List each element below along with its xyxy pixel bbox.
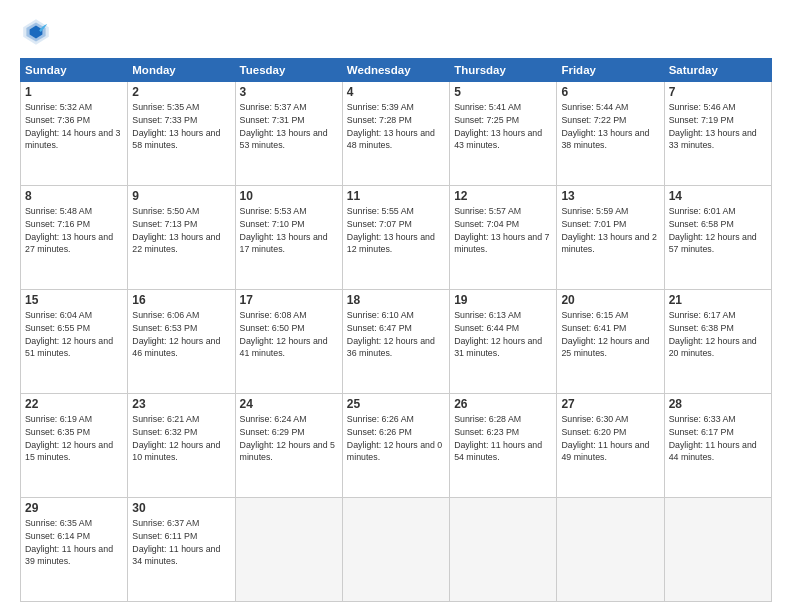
day-number: 9 <box>132 189 230 203</box>
day-number: 7 <box>669 85 767 99</box>
day-number: 6 <box>561 85 659 99</box>
day-number: 11 <box>347 189 445 203</box>
col-header-sunday: Sunday <box>21 59 128 82</box>
day-cell: 9 Sunrise: 5:50 AMSunset: 7:13 PMDayligh… <box>128 186 235 290</box>
day-info: Sunrise: 6:15 AMSunset: 6:41 PMDaylight:… <box>561 309 659 360</box>
day-cell: 25 Sunrise: 6:26 AMSunset: 6:26 PMDaylig… <box>342 394 449 498</box>
day-number: 3 <box>240 85 338 99</box>
day-number: 24 <box>240 397 338 411</box>
day-info: Sunrise: 5:50 AMSunset: 7:13 PMDaylight:… <box>132 205 230 256</box>
day-info: Sunrise: 5:46 AMSunset: 7:19 PMDaylight:… <box>669 101 767 152</box>
day-cell: 7 Sunrise: 5:46 AMSunset: 7:19 PMDayligh… <box>664 82 771 186</box>
day-number: 21 <box>669 293 767 307</box>
day-number: 19 <box>454 293 552 307</box>
col-header-saturday: Saturday <box>664 59 771 82</box>
header <box>20 16 772 48</box>
day-cell: 23 Sunrise: 6:21 AMSunset: 6:32 PMDaylig… <box>128 394 235 498</box>
day-cell: 4 Sunrise: 5:39 AMSunset: 7:28 PMDayligh… <box>342 82 449 186</box>
day-info: Sunrise: 6:01 AMSunset: 6:58 PMDaylight:… <box>669 205 767 256</box>
day-number: 16 <box>132 293 230 307</box>
day-number: 10 <box>240 189 338 203</box>
day-cell <box>450 498 557 602</box>
day-number: 20 <box>561 293 659 307</box>
day-cell: 6 Sunrise: 5:44 AMSunset: 7:22 PMDayligh… <box>557 82 664 186</box>
calendar: SundayMondayTuesdayWednesdayThursdayFrid… <box>20 58 772 602</box>
day-info: Sunrise: 5:44 AMSunset: 7:22 PMDaylight:… <box>561 101 659 152</box>
week-row-2: 8 Sunrise: 5:48 AMSunset: 7:16 PMDayligh… <box>21 186 772 290</box>
day-info: Sunrise: 5:35 AMSunset: 7:33 PMDaylight:… <box>132 101 230 152</box>
day-number: 25 <box>347 397 445 411</box>
day-cell <box>342 498 449 602</box>
week-row-4: 22 Sunrise: 6:19 AMSunset: 6:35 PMDaylig… <box>21 394 772 498</box>
day-info: Sunrise: 6:35 AMSunset: 6:14 PMDaylight:… <box>25 517 123 568</box>
day-number: 4 <box>347 85 445 99</box>
week-row-1: 1 Sunrise: 5:32 AMSunset: 7:36 PMDayligh… <box>21 82 772 186</box>
day-info: Sunrise: 6:08 AMSunset: 6:50 PMDaylight:… <box>240 309 338 360</box>
day-info: Sunrise: 5:41 AMSunset: 7:25 PMDaylight:… <box>454 101 552 152</box>
day-info: Sunrise: 6:28 AMSunset: 6:23 PMDaylight:… <box>454 413 552 464</box>
day-cell: 18 Sunrise: 6:10 AMSunset: 6:47 PMDaylig… <box>342 290 449 394</box>
day-cell: 20 Sunrise: 6:15 AMSunset: 6:41 PMDaylig… <box>557 290 664 394</box>
day-info: Sunrise: 5:57 AMSunset: 7:04 PMDaylight:… <box>454 205 552 256</box>
day-info: Sunrise: 6:37 AMSunset: 6:11 PMDaylight:… <box>132 517 230 568</box>
day-cell: 26 Sunrise: 6:28 AMSunset: 6:23 PMDaylig… <box>450 394 557 498</box>
day-info: Sunrise: 6:19 AMSunset: 6:35 PMDaylight:… <box>25 413 123 464</box>
day-cell <box>235 498 342 602</box>
day-info: Sunrise: 6:10 AMSunset: 6:47 PMDaylight:… <box>347 309 445 360</box>
day-number: 8 <box>25 189 123 203</box>
day-cell: 30 Sunrise: 6:37 AMSunset: 6:11 PMDaylig… <box>128 498 235 602</box>
day-info: Sunrise: 5:53 AMSunset: 7:10 PMDaylight:… <box>240 205 338 256</box>
week-row-3: 15 Sunrise: 6:04 AMSunset: 6:55 PMDaylig… <box>21 290 772 394</box>
day-info: Sunrise: 5:48 AMSunset: 7:16 PMDaylight:… <box>25 205 123 256</box>
day-info: Sunrise: 5:37 AMSunset: 7:31 PMDaylight:… <box>240 101 338 152</box>
day-info: Sunrise: 5:55 AMSunset: 7:07 PMDaylight:… <box>347 205 445 256</box>
day-cell: 8 Sunrise: 5:48 AMSunset: 7:16 PMDayligh… <box>21 186 128 290</box>
day-cell: 19 Sunrise: 6:13 AMSunset: 6:44 PMDaylig… <box>450 290 557 394</box>
logo-icon <box>20 16 52 48</box>
day-info: Sunrise: 6:13 AMSunset: 6:44 PMDaylight:… <box>454 309 552 360</box>
day-number: 23 <box>132 397 230 411</box>
day-info: Sunrise: 6:06 AMSunset: 6:53 PMDaylight:… <box>132 309 230 360</box>
day-cell: 22 Sunrise: 6:19 AMSunset: 6:35 PMDaylig… <box>21 394 128 498</box>
day-info: Sunrise: 6:17 AMSunset: 6:38 PMDaylight:… <box>669 309 767 360</box>
day-cell: 27 Sunrise: 6:30 AMSunset: 6:20 PMDaylig… <box>557 394 664 498</box>
day-cell: 1 Sunrise: 5:32 AMSunset: 7:36 PMDayligh… <box>21 82 128 186</box>
day-cell: 29 Sunrise: 6:35 AMSunset: 6:14 PMDaylig… <box>21 498 128 602</box>
day-number: 5 <box>454 85 552 99</box>
day-info: Sunrise: 6:26 AMSunset: 6:26 PMDaylight:… <box>347 413 445 464</box>
day-cell: 2 Sunrise: 5:35 AMSunset: 7:33 PMDayligh… <box>128 82 235 186</box>
day-number: 17 <box>240 293 338 307</box>
day-cell: 17 Sunrise: 6:08 AMSunset: 6:50 PMDaylig… <box>235 290 342 394</box>
day-info: Sunrise: 6:33 AMSunset: 6:17 PMDaylight:… <box>669 413 767 464</box>
day-cell: 10 Sunrise: 5:53 AMSunset: 7:10 PMDaylig… <box>235 186 342 290</box>
day-number: 22 <box>25 397 123 411</box>
week-row-5: 29 Sunrise: 6:35 AMSunset: 6:14 PMDaylig… <box>21 498 772 602</box>
day-info: Sunrise: 5:39 AMSunset: 7:28 PMDaylight:… <box>347 101 445 152</box>
day-cell <box>557 498 664 602</box>
day-cell <box>664 498 771 602</box>
day-cell: 16 Sunrise: 6:06 AMSunset: 6:53 PMDaylig… <box>128 290 235 394</box>
day-info: Sunrise: 5:32 AMSunset: 7:36 PMDaylight:… <box>25 101 123 152</box>
day-number: 30 <box>132 501 230 515</box>
day-info: Sunrise: 6:21 AMSunset: 6:32 PMDaylight:… <box>132 413 230 464</box>
col-header-wednesday: Wednesday <box>342 59 449 82</box>
col-header-tuesday: Tuesday <box>235 59 342 82</box>
day-cell: 24 Sunrise: 6:24 AMSunset: 6:29 PMDaylig… <box>235 394 342 498</box>
day-cell: 11 Sunrise: 5:55 AMSunset: 7:07 PMDaylig… <box>342 186 449 290</box>
day-number: 26 <box>454 397 552 411</box>
day-cell: 15 Sunrise: 6:04 AMSunset: 6:55 PMDaylig… <box>21 290 128 394</box>
day-cell: 3 Sunrise: 5:37 AMSunset: 7:31 PMDayligh… <box>235 82 342 186</box>
header-row: SundayMondayTuesdayWednesdayThursdayFrid… <box>21 59 772 82</box>
day-number: 29 <box>25 501 123 515</box>
day-number: 13 <box>561 189 659 203</box>
col-header-thursday: Thursday <box>450 59 557 82</box>
day-cell: 13 Sunrise: 5:59 AMSunset: 7:01 PMDaylig… <box>557 186 664 290</box>
day-number: 18 <box>347 293 445 307</box>
day-info: Sunrise: 6:30 AMSunset: 6:20 PMDaylight:… <box>561 413 659 464</box>
col-header-friday: Friday <box>557 59 664 82</box>
day-number: 28 <box>669 397 767 411</box>
day-cell: 12 Sunrise: 5:57 AMSunset: 7:04 PMDaylig… <box>450 186 557 290</box>
day-number: 14 <box>669 189 767 203</box>
day-cell: 5 Sunrise: 5:41 AMSunset: 7:25 PMDayligh… <box>450 82 557 186</box>
day-info: Sunrise: 6:24 AMSunset: 6:29 PMDaylight:… <box>240 413 338 464</box>
